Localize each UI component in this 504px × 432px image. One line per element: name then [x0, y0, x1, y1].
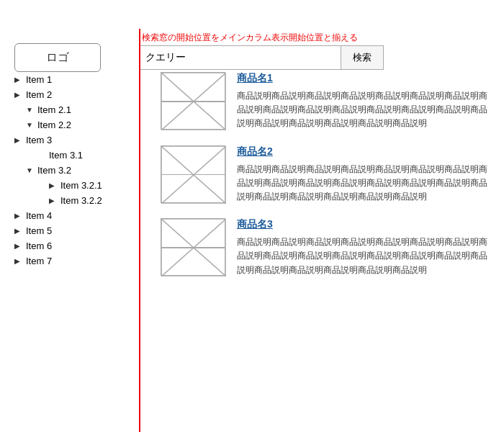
- arrow-icon: ▶: [14, 227, 24, 235]
- product-info: 商品名2 商品説明商品説明商品説明商品説明商品説明商品説明商品説明商品説明商品説…: [237, 145, 490, 204]
- product-info: 商品名3 商品説明商品説明商品説明商品説明商品説明商品説明商品説明商品説明商品説…: [237, 218, 490, 277]
- sidebar-item-item6[interactable]: ▶ Item 6: [14, 238, 132, 253]
- arrow-icon: ▼: [26, 121, 36, 129]
- header: ロゴ 検索: [0, 43, 504, 72]
- product-item: 商品名2 商品説明商品説明商品説明商品説明商品説明商品説明商品説明商品説明商品説…: [161, 145, 490, 204]
- sidebar-item-item3-1[interactable]: Item 3.1: [14, 148, 132, 163]
- sidebar-item-label: Item 2: [26, 89, 52, 100]
- product-list: 商品名1 商品説明商品説明商品説明商品説明商品説明商品説明商品説明商品説明商品説…: [139, 72, 504, 292]
- sidebar-item-item3[interactable]: ▶ Item 3: [14, 132, 132, 148]
- product-info: 商品名1 商品説明商品説明商品説明商品説明商品説明商品説明商品説明商品説明商品説…: [237, 72, 490, 131]
- sidebar-item-item2-1[interactable]: ▼ Item 2.1: [14, 102, 132, 117]
- sidebar-item-item2-2[interactable]: ▼ Item 2.2: [14, 117, 132, 132]
- product-image: [161, 145, 225, 203]
- sidebar-item-label: Item 3.2.1: [60, 180, 102, 191]
- sidebar-item-item7[interactable]: ▶ Item 7: [14, 253, 132, 269]
- logo: ロゴ: [14, 43, 101, 72]
- product-item: 商品名3 商品説明商品説明商品説明商品説明商品説明商品説明商品説明商品説明商品説…: [161, 218, 490, 277]
- sidebar-item-item3-2-2[interactable]: ▶ Item 3.2.2: [14, 193, 132, 208]
- sidebar-item-label: Item 7: [26, 256, 52, 266]
- sidebar-item-label: Item 3.2.2: [60, 195, 102, 206]
- product-name[interactable]: 商品名2: [237, 145, 490, 158]
- sidebar-item-label: Item 3.1: [49, 150, 83, 161]
- arrow-icon: ▶: [14, 76, 24, 84]
- arrow-icon: ▼: [26, 166, 36, 174]
- sidebar-item-item3-2[interactable]: ▼ Item 3.2: [14, 163, 132, 178]
- sidebar-item-label: Item 3.2: [37, 165, 71, 176]
- product-description: 商品説明商品説明商品説明商品説明商品説明商品説明商品説明商品説明商品説明商品説明…: [237, 163, 490, 204]
- search-area: 検索: [139, 45, 384, 70]
- search-button[interactable]: 検索: [341, 45, 384, 70]
- product-image: [161, 72, 225, 130]
- sidebar-item-item3-2-1[interactable]: ▶ Item 3.2.1: [14, 178, 132, 193]
- product-name[interactable]: 商品名3: [237, 218, 490, 231]
- arrow-icon: ▶: [14, 212, 24, 220]
- product-description: 商品説明商品説明商品説明商品説明商品説明商品説明商品説明商品説明商品説明商品説明…: [237, 235, 490, 277]
- arrow-icon: ▶: [14, 91, 24, 99]
- sidebar-item-label: Item 4: [26, 210, 52, 221]
- alignment-guide-line: [139, 29, 140, 432]
- annotation-text: 検索窓の開始位置をメインカラム表示開始位置と揃える: [142, 32, 358, 44]
- arrow-icon: ▶: [49, 197, 59, 204]
- sidebar: ▶ Item 1 ▶ Item 2 ▼ Item 2.1 ▼ Item 2.2 …: [0, 72, 139, 292]
- product-item: 商品名1 商品説明商品説明商品説明商品説明商品説明商品説明商品説明商品説明商品説…: [161, 72, 490, 131]
- product-image: [161, 218, 225, 276]
- arrow-icon: ▶: [14, 242, 24, 250]
- sidebar-item-item1[interactable]: ▶ Item 1: [14, 72, 132, 87]
- sidebar-item-label: Item 1: [26, 74, 52, 85]
- sidebar-item-label: Item 2.1: [37, 104, 71, 115]
- sidebar-item-item4[interactable]: ▶ Item 4: [14, 208, 132, 223]
- arrow-icon: ▶: [14, 257, 24, 265]
- sidebar-item-label: Item 3: [26, 135, 52, 145]
- sidebar-item-label: Item 5: [26, 225, 52, 236]
- sidebar-item-item5[interactable]: ▶ Item 5: [14, 223, 132, 238]
- arrow-icon: ▼: [26, 106, 36, 114]
- sidebar-item-label: Item 6: [26, 240, 52, 251]
- arrow-icon: ▶: [49, 181, 59, 189]
- arrow-icon: ▶: [14, 136, 24, 144]
- product-description: 商品説明商品説明商品説明商品説明商品説明商品説明商品説明商品説明商品説明商品説明…: [237, 89, 490, 131]
- product-name[interactable]: 商品名1: [237, 72, 490, 85]
- sidebar-item-item2[interactable]: ▶ Item 2: [14, 87, 132, 102]
- main-layout: ▶ Item 1 ▶ Item 2 ▼ Item 2.1 ▼ Item 2.2 …: [0, 72, 504, 292]
- search-input[interactable]: [139, 45, 341, 70]
- sidebar-item-label: Item 2.2: [37, 120, 71, 130]
